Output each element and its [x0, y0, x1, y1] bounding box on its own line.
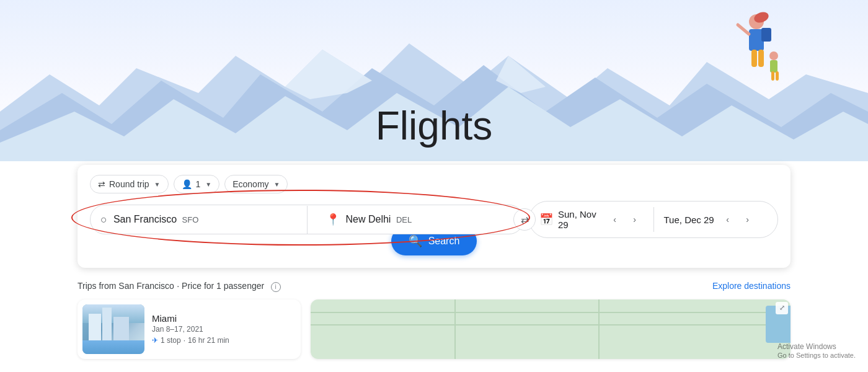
- miami-card[interactable]: Miami Jan 8–17, 2021 ✈ 1 stop · 16 hr 21…: [78, 299, 301, 359]
- departure-date-field[interactable]: 📅 Sun, Nov 29 ‹ ›: [529, 202, 653, 237]
- explore-destinations-link[interactable]: Explore destinations: [712, 281, 790, 291]
- destination-value: New Delhi DEL: [346, 214, 412, 225]
- return-prev-button[interactable]: ‹: [719, 211, 737, 228]
- departure-date-nav: ‹ ›: [606, 211, 644, 228]
- chevron-down-icon-2: ▼: [205, 181, 211, 188]
- map-image: ⤢: [311, 299, 790, 359]
- svg-point-12: [769, 51, 778, 60]
- search-options-row: ⇄ Round trip ▼ 👤 1 ▼ Economy ▼: [90, 175, 778, 193]
- bottom-section: Trips from San Francisco · Price for 1 p…: [78, 280, 790, 359]
- return-next-button[interactable]: ›: [739, 211, 756, 228]
- departure-next-button[interactable]: ›: [626, 211, 644, 228]
- destination-cards: Miami Jan 8–17, 2021 ✈ 1 stop · 16 hr 21…: [78, 299, 790, 359]
- trips-header: Trips from San Francisco · Price for 1 p…: [78, 280, 790, 292]
- page-title: Flights: [376, 103, 493, 149]
- destination-content: New Delhi DEL: [346, 214, 412, 225]
- chevron-down-icon-3: ▼: [274, 181, 280, 188]
- departure-date-value: Sun, Nov 29: [558, 209, 601, 230]
- origin-field[interactable]: ○ San Francisco SFO: [91, 206, 308, 234]
- passengers-button[interactable]: 👤 1 ▼: [174, 175, 220, 193]
- miami-card-image: [82, 304, 144, 354]
- character-illustration: [719, 6, 794, 99]
- swap-icon: ⇄: [98, 179, 105, 189]
- miami-duration: 16 hr 21 min: [188, 336, 229, 345]
- info-icon[interactable]: i: [271, 282, 281, 292]
- pin-icon: 📍: [326, 213, 340, 226]
- svg-rect-14: [771, 71, 774, 81]
- expand-map-button[interactable]: ⤢: [776, 302, 788, 314]
- svg-rect-10: [758, 50, 764, 67]
- passengers-label: 1: [196, 179, 201, 189]
- destination-code: DEL: [396, 215, 412, 224]
- destination-city: New Delhi: [346, 214, 391, 224]
- origin-code: SFO: [182, 215, 199, 224]
- hero-section: Flights: [0, 0, 868, 161]
- miami-stops: 1 stop: [161, 336, 181, 345]
- destination-field[interactable]: 📍 New Delhi DEL: [308, 205, 524, 234]
- swap-button[interactable]: ⇄: [513, 208, 536, 231]
- svg-line-11: [738, 25, 749, 34]
- flight-separator: ·: [184, 336, 185, 345]
- separator: ·: [177, 281, 182, 291]
- return-date-field[interactable]: Tue, Dec 29 ‹ ›: [654, 203, 778, 236]
- search-container: ⇄ Round trip ▼ 👤 1 ▼ Economy ▼: [78, 165, 790, 268]
- chevron-down-icon: ▼: [154, 181, 161, 188]
- calendar-icon: 📅: [539, 213, 553, 226]
- cabin-class-label: Economy: [232, 179, 268, 189]
- trips-subtitle: Price for 1 passenger: [182, 281, 264, 291]
- return-date-value: Tue, Dec 29: [664, 215, 714, 225]
- flight-icon: ✈: [152, 336, 158, 345]
- departure-prev-button[interactable]: ‹: [606, 211, 624, 228]
- trip-type-button[interactable]: ⇄ Round trip ▼: [90, 175, 169, 193]
- map-card[interactable]: ⤢: [311, 299, 790, 359]
- search-box: ⇄ Round trip ▼ 👤 1 ▼ Economy ▼: [78, 165, 790, 268]
- origin-city: San Francisco: [113, 214, 177, 224]
- svg-rect-8: [761, 28, 771, 42]
- miami-city-name: Miami: [152, 313, 288, 324]
- search-fields-row: ○ San Francisco SFO ⇄ 📍: [90, 205, 524, 234]
- miami-flight-info: ✈ 1 stop · 16 hr 21 min: [152, 336, 288, 345]
- trip-type-label: Round trip: [109, 179, 149, 189]
- cabin-class-button[interactable]: Economy ▼: [224, 175, 288, 193]
- trips-from-title: Trips from San Francisco: [78, 281, 174, 291]
- trips-title-group: Trips from San Francisco · Price for 1 p…: [78, 280, 281, 292]
- svg-rect-15: [776, 71, 779, 81]
- miami-card-info: Miami Jan 8–17, 2021 ✈ 1 stop · 16 hr 21…: [144, 308, 296, 350]
- svg-rect-9: [751, 50, 757, 67]
- svg-rect-13: [770, 60, 777, 73]
- return-date-nav: ‹ ›: [719, 211, 756, 228]
- origin-value: San Francisco SFO: [113, 214, 198, 225]
- miami-dates: Jan 8–17, 2021: [152, 325, 288, 334]
- person-icon: 👤: [182, 179, 192, 189]
- origin-content: San Francisco SFO: [113, 214, 198, 225]
- circle-icon: ○: [100, 213, 107, 226]
- date-section: 📅 Sun, Nov 29 ‹ › Tue, Dec 29 ‹ ›: [529, 201, 778, 238]
